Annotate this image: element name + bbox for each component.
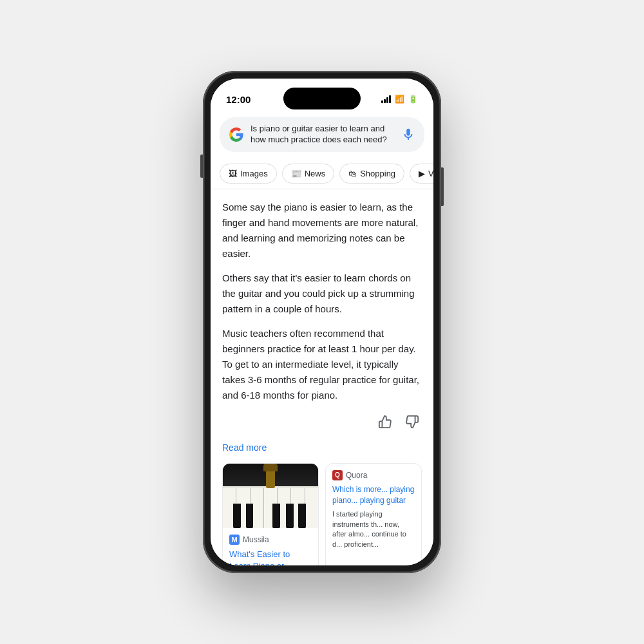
card-quora-excerpt: I started playing instruments th... now,… (332, 509, 415, 549)
card-quora-source: Q Quora (332, 470, 415, 480)
main-content: Some say the piano is easier to learn, a… (211, 189, 433, 565)
chip-news-label: News (305, 169, 326, 178)
search-query-text: Is piano or guitar easier to learn and h… (251, 124, 395, 146)
thumbs-down-button[interactable] (402, 412, 422, 435)
thumbs-up-button[interactable] (375, 412, 395, 435)
quora-source-name: Quora (346, 471, 367, 480)
chip-shopping-label: Shopping (360, 169, 395, 178)
answer-paragraph-2: Others say that it's easier to learn cho… (222, 270, 422, 317)
cards-section: M Mussila What's Easier to Learn Piano o… (222, 463, 422, 565)
news-icon: 📰 (291, 169, 301, 178)
answer-paragraph-3: Music teachers often recommend that begi… (222, 326, 422, 403)
chip-images[interactable]: 🖼 Images (220, 164, 277, 184)
card-mussila-body: M Mussila What's Easier to Learn Piano o… (223, 528, 318, 565)
quora-icon: Q (332, 470, 343, 480)
read-more-link[interactable]: Read more (222, 442, 422, 453)
google-logo (229, 127, 244, 142)
shopping-icon: 🛍 (348, 169, 357, 178)
card-mussila-source: M Mussila (229, 535, 312, 545)
signal-icon (381, 95, 391, 103)
status-icons: 📶 🔋 (381, 95, 418, 104)
card-quora-body: Q Quora Which is more... playing piano..… (326, 464, 421, 556)
search-bar: Is piano or guitar easier to learn and h… (211, 111, 433, 158)
phone-screen: 12:00 📶 🔋 (211, 79, 433, 565)
wifi-icon: 📶 (395, 95, 404, 104)
answer-paragraph-1: Some say the piano is easier to learn, a… (222, 200, 422, 261)
chip-shopping[interactable]: 🛍 Shopping (339, 164, 404, 184)
mussila-icon: M (229, 535, 240, 545)
images-icon: 🖼 (229, 169, 237, 178)
mic-icon[interactable] (401, 128, 415, 142)
card-quora[interactable]: Q Quora Which is more... playing piano..… (325, 463, 422, 565)
dynamic-island (283, 88, 361, 109)
card-mussila-image (223, 464, 318, 528)
chip-videos-label: Vide... (428, 169, 433, 178)
search-box[interactable]: Is piano or guitar easier to learn and h… (220, 117, 424, 152)
status-time: 12:00 (226, 94, 251, 105)
card-quora-title: Which is more... playing piano... playin… (332, 484, 415, 506)
filter-chips: 🖼 Images 📰 News 🛍 Shopping ▶ Vide... (211, 158, 433, 189)
card-mussila[interactable]: M Mussila What's Easier to Learn Piano o… (222, 463, 319, 565)
phone-device: 12:00 📶 🔋 (203, 71, 441, 573)
card-mussila-title: What's Easier to Learn Piano or Guitar? (229, 549, 312, 565)
battery-icon: 🔋 (408, 95, 418, 104)
chip-news[interactable]: 📰 News (282, 164, 335, 184)
answer-actions (222, 412, 422, 435)
chip-videos[interactable]: ▶ Vide... (410, 164, 433, 184)
screen-content[interactable]: Is piano or guitar easier to learn and h… (211, 111, 433, 565)
mussila-source-name: Mussila (243, 535, 269, 544)
chip-images-label: Images (240, 169, 268, 178)
video-icon: ▶ (419, 169, 425, 178)
